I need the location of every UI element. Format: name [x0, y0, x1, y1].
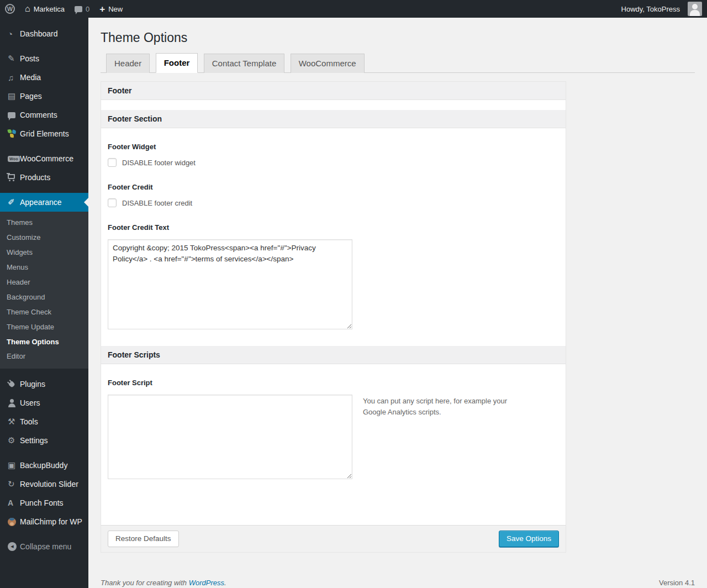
- thanks-suffix: .: [224, 579, 226, 587]
- sidebar-item-posts[interactable]: ✎ Posts: [0, 49, 88, 68]
- sidebar-item-comments[interactable]: Comments: [0, 106, 88, 124]
- my-account-menu[interactable]: Howdy, TokoPress: [616, 0, 707, 18]
- footer-credit-text-label: Footer Credit Text: [108, 223, 559, 232]
- sidebar-item-revolution-slider[interactable]: ↻ Revolution Slider: [0, 475, 88, 494]
- sidebar-item-appearance[interactable]: ✐ Appearance: [0, 193, 88, 212]
- restore-defaults-button[interactable]: Restore Defaults: [108, 531, 179, 547]
- footer-thanks: Thank you for creating with WordPress.: [101, 579, 226, 587]
- pages-icon: ▤: [8, 91, 20, 101]
- sidebar-item-label: Grid Elements: [20, 129, 69, 138]
- admin-footer: Thank you for creating with WordPress. V…: [101, 553, 695, 588]
- footer-credit-text-textarea[interactable]: Copyright &copy; 2015 TokoPress<span><a …: [108, 239, 352, 329]
- sidebar-item-label: Punch Fonts: [20, 498, 64, 507]
- plus-icon: +: [99, 4, 105, 14]
- wordpress-menu[interactable]: W: [0, 0, 20, 18]
- backup-drive-icon: ▣: [8, 460, 20, 470]
- sidebar-item-settings[interactable]: ⚙ Settings: [0, 431, 88, 450]
- sidebar-item-mailchimp[interactable]: MailChimp for WP: [0, 512, 88, 531]
- submenu-item-theme-options[interactable]: Theme Options: [0, 335, 88, 350]
- home-icon: ⌂: [25, 4, 30, 13]
- plug-icon: [8, 382, 20, 387]
- sidebar-item-label: Tools: [20, 417, 38, 426]
- admin-sidebar: ◔ Dashboard ✎ Posts ♫ Media ▤ Pages Comm…: [0, 18, 88, 588]
- sidebar-item-label: Plugins: [20, 380, 45, 389]
- letter-a-icon: A: [8, 498, 20, 507]
- sidebar-item-label: Pages: [20, 92, 42, 101]
- sidebar-item-punch-fonts[interactable]: A Punch Fonts: [0, 494, 88, 512]
- appearance-submenu: Themes Customize Widgets Menus Header Ba…: [0, 212, 88, 369]
- tab-woocommerce[interactable]: WooCommerce: [291, 54, 365, 73]
- sidebar-item-woocommerce[interactable]: Woo WooCommerce: [0, 149, 88, 168]
- panel-gap: [101, 100, 566, 110]
- comments-icon: [8, 112, 20, 118]
- person-icon: [8, 399, 20, 407]
- wrench-icon: ⚒: [8, 417, 20, 427]
- sidebar-item-label: Products: [20, 173, 50, 182]
- section-header-footer-section: Footer Section: [101, 110, 566, 128]
- sidebar-item-products[interactable]: Products: [0, 168, 88, 187]
- footer-credit-label: Footer Credit: [108, 183, 559, 191]
- sidebar-item-label: BackupBuddy: [20, 461, 67, 470]
- comments-menu[interactable]: 0: [70, 0, 94, 18]
- main-content: Theme Options Header Footer Contact Temp…: [88, 0, 707, 588]
- sidebar-item-pages[interactable]: ▤ Pages: [0, 87, 88, 106]
- dashboard-icon: ◔: [8, 29, 20, 39]
- sidebar-item-plugins[interactable]: Plugins: [0, 375, 88, 393]
- refresh-arrows-icon: ↻: [8, 479, 20, 489]
- tab-contact-template[interactable]: Contact Template: [204, 54, 284, 73]
- sidebar-item-label: Media: [20, 73, 41, 82]
- new-content-menu[interactable]: + New: [94, 0, 128, 18]
- disable-footer-credit-text: DISABLE footer credit: [122, 199, 192, 207]
- mailchimp-monkey-icon: [8, 518, 20, 526]
- theme-options-panel: Footer Footer Section Footer Widget DISA…: [101, 81, 566, 553]
- sidebar-item-label: Posts: [20, 54, 39, 63]
- submenu-item-themes[interactable]: Themes: [0, 216, 88, 230]
- wordpress-link[interactable]: WordPress: [189, 579, 224, 587]
- sidebar-item-media[interactable]: ♫ Media: [0, 68, 88, 87]
- cart-icon: [8, 176, 20, 179]
- woocommerce-icon: Woo: [8, 156, 20, 162]
- comments-bubble-icon: [75, 6, 82, 12]
- submenu-item-editor[interactable]: Editor: [0, 349, 88, 364]
- footer-script-label: Footer Script: [108, 379, 559, 387]
- sidebar-item-users[interactable]: Users: [0, 393, 88, 412]
- collapse-menu-button[interactable]: ◀ Collapse menu: [0, 537, 88, 556]
- site-name: Marketica: [34, 5, 65, 13]
- submenu-item-customize[interactable]: Customize: [0, 230, 88, 245]
- tab-footer[interactable]: Footer: [156, 53, 198, 73]
- wordpress-logo-icon: W: [5, 4, 15, 14]
- site-name-link[interactable]: ⌂ Marketica: [20, 0, 70, 18]
- submenu-item-menus[interactable]: Menus: [0, 260, 88, 275]
- comments-count: 0: [86, 5, 89, 13]
- section-header-footer-scripts: Footer Scripts: [101, 346, 566, 364]
- sidebar-item-label: Comments: [20, 111, 57, 119]
- submenu-item-background[interactable]: Background: [0, 290, 88, 305]
- submenu-item-theme-update[interactable]: Theme Update: [0, 320, 88, 335]
- howdy-text: Howdy, TokoPress: [621, 5, 680, 13]
- submenu-item-widgets[interactable]: Widgets: [0, 245, 88, 260]
- sidebar-item-label: Appearance: [20, 198, 62, 207]
- sidebar-item-label: Revolution Slider: [20, 480, 78, 489]
- sidebar-item-backupbuddy[interactable]: ▣ BackupBuddy: [0, 456, 88, 475]
- footer-scripts-fields: Footer Script You can put any script her…: [101, 364, 566, 525]
- disable-footer-credit-checkbox[interactable]: [108, 198, 117, 207]
- admin-bar: W ⌂ Marketica 0 + New Howdy, TokoPress: [0, 0, 707, 18]
- footer-section-fields: Footer Widget DISABLE footer widget Foot…: [101, 128, 566, 346]
- sidebar-item-grid-elements[interactable]: Grid Elements: [0, 124, 88, 143]
- page-title: Theme Options: [101, 30, 695, 46]
- brush-icon: ✐: [8, 197, 20, 207]
- footer-script-description: You can put any script here, for example…: [352, 396, 525, 417]
- tab-header[interactable]: Header: [106, 54, 150, 73]
- pin-icon: ✎: [8, 54, 20, 64]
- tab-bar: Header Footer Contact Template WooCommer…: [101, 53, 695, 73]
- grid-elements-icon: [8, 129, 20, 139]
- submenu-item-header[interactable]: Header: [0, 275, 88, 290]
- avatar: [688, 2, 702, 16]
- sidebar-item-tools[interactable]: ⚒ Tools: [0, 412, 88, 431]
- submenu-item-theme-check[interactable]: Theme Check: [0, 305, 88, 320]
- save-options-button[interactable]: Save Options: [499, 531, 559, 547]
- sidebar-item-dashboard[interactable]: ◔ Dashboard: [0, 24, 88, 43]
- sidebar-item-label: MailChimp for WP: [20, 517, 82, 526]
- footer-script-textarea[interactable]: [108, 395, 352, 479]
- disable-footer-widget-checkbox[interactable]: [108, 158, 117, 167]
